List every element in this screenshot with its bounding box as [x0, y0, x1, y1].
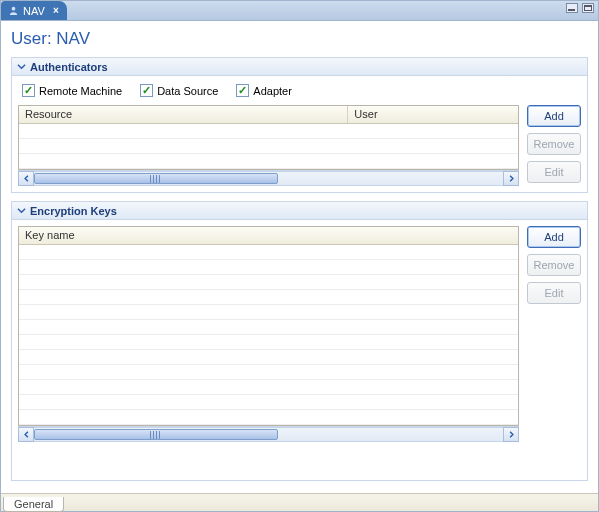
scroll-right-button[interactable]: [503, 427, 519, 442]
scroll-thumb[interactable]: [34, 429, 278, 440]
table-row[interactable]: [19, 320, 518, 335]
authenticators-table-buttons: Resource User: [18, 105, 581, 186]
scroll-left-button[interactable]: [18, 171, 34, 186]
checkbox-data-source[interactable]: ✓ Data Source: [140, 84, 218, 97]
chevron-down-icon: [16, 62, 26, 72]
checkbox-label: Remote Machine: [39, 85, 122, 97]
encryption-keys-table[interactable]: Key name: [18, 226, 519, 426]
table-row[interactable]: [19, 290, 518, 305]
checkbox-icon: ✓: [22, 84, 35, 97]
user-icon: [7, 5, 19, 17]
table-row[interactable]: [19, 245, 518, 260]
section-header-authenticators[interactable]: Authenticators: [12, 58, 587, 76]
main-window: NAV × User: NAV Authenticators ✓ Remote …: [0, 0, 599, 512]
checkbox-remote-machine[interactable]: ✓ Remote Machine: [22, 84, 122, 97]
encryption-rows: [19, 245, 518, 425]
table-row[interactable]: [19, 154, 518, 169]
checkbox-icon: ✓: [236, 84, 249, 97]
scroll-left-button[interactable]: [18, 427, 34, 442]
editor-tab-nav[interactable]: NAV ×: [1, 1, 67, 20]
add-button[interactable]: Add: [527, 105, 581, 127]
column-resource[interactable]: Resource: [19, 106, 348, 123]
authenticators-button-column: Add Remove Edit: [527, 105, 581, 183]
table-row[interactable]: [19, 305, 518, 320]
encryption-table-wrap: Key name: [18, 226, 519, 442]
table-row[interactable]: [19, 124, 518, 139]
checkbox-icon: ✓: [140, 84, 153, 97]
remove-button: Remove: [527, 254, 581, 276]
section-authenticators: Authenticators ✓ Remote Machine ✓ Data S…: [11, 57, 588, 193]
tab-general[interactable]: General: [3, 497, 64, 512]
authenticators-rows: [19, 124, 518, 169]
content-area: User: NAV Authenticators ✓ Remote Machin…: [1, 21, 598, 493]
section-body-authenticators: ✓ Remote Machine ✓ Data Source ✓ Adapter: [12, 76, 587, 192]
table-row[interactable]: [19, 139, 518, 154]
authenticators-table-wrap: Resource User: [18, 105, 519, 186]
chevron-down-icon: [16, 206, 26, 216]
page-title: User: NAV: [11, 29, 588, 49]
section-title-authenticators: Authenticators: [30, 61, 108, 73]
scroll-track[interactable]: [34, 171, 503, 186]
section-title-encryption-keys: Encryption Keys: [30, 205, 117, 217]
add-button[interactable]: Add: [527, 226, 581, 248]
encryption-button-column: Add Remove Edit: [527, 226, 581, 304]
table-row[interactable]: [19, 260, 518, 275]
table-row[interactable]: [19, 410, 518, 425]
checkbox-adapter[interactable]: ✓ Adapter: [236, 84, 292, 97]
checkbox-label: Adapter: [253, 85, 292, 97]
editor-tabbar: NAV ×: [1, 1, 598, 21]
minimize-button[interactable]: [566, 3, 578, 13]
section-encryption-keys: Encryption Keys Key name: [11, 201, 588, 481]
scroll-thumb[interactable]: [34, 173, 278, 184]
editor-controls: [566, 3, 594, 13]
bottom-tabs: General: [1, 493, 598, 511]
table-row[interactable]: [19, 395, 518, 410]
scroll-right-button[interactable]: [503, 171, 519, 186]
encryption-hscrollbar[interactable]: [18, 426, 519, 442]
table-row[interactable]: [19, 275, 518, 290]
table-row[interactable]: [19, 350, 518, 365]
authenticators-hscrollbar[interactable]: [18, 170, 519, 186]
section-body-encryption-keys: Key name: [12, 220, 587, 480]
authenticators-thead: Resource User: [19, 106, 518, 124]
table-row[interactable]: [19, 380, 518, 395]
encryption-table-buttons: Key name: [18, 226, 581, 474]
authenticators-table[interactable]: Resource User: [18, 105, 519, 170]
encryption-thead: Key name: [19, 227, 518, 245]
authenticators-check-row: ✓ Remote Machine ✓ Data Source ✓ Adapter: [18, 82, 581, 105]
svg-point-0: [11, 7, 15, 11]
column-key-name[interactable]: Key name: [19, 227, 518, 244]
table-row[interactable]: [19, 365, 518, 380]
section-header-encryption-keys[interactable]: Encryption Keys: [12, 202, 587, 220]
close-icon[interactable]: ×: [49, 5, 61, 17]
editor-tab-label: NAV: [23, 5, 45, 17]
table-row[interactable]: [19, 335, 518, 350]
column-user[interactable]: User: [348, 106, 518, 123]
maximize-button[interactable]: [582, 3, 594, 13]
checkbox-label: Data Source: [157, 85, 218, 97]
edit-button: Edit: [527, 161, 581, 183]
remove-button: Remove: [527, 133, 581, 155]
scroll-track[interactable]: [34, 427, 503, 442]
edit-button: Edit: [527, 282, 581, 304]
